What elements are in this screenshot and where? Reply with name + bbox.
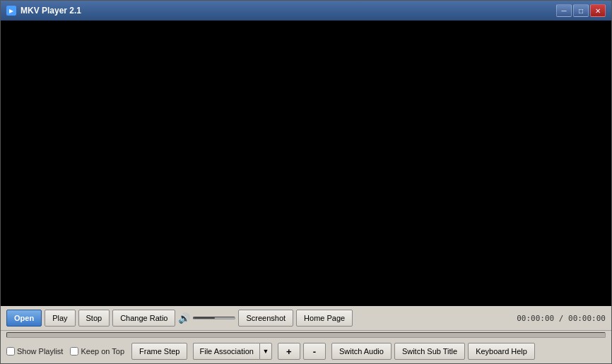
controls-row2: Show Playlist Keep on Top Frame Step Fil… <box>1 339 611 363</box>
minus-button[interactable]: - <box>303 343 326 360</box>
controls-area: Open Play Stop Change Ratio 🔊 Screenshot… <box>1 306 611 363</box>
screenshot-button[interactable]: Screenshot <box>238 310 293 327</box>
keep-on-top-label[interactable]: Keep on Top <box>70 347 124 356</box>
maximize-button[interactable]: □ <box>573 4 589 17</box>
keyboard-help-button[interactable]: Keyboard Help <box>468 343 535 360</box>
volume-slider[interactable] <box>193 312 235 324</box>
minimize-button[interactable]: ─ <box>556 4 572 17</box>
homepage-button[interactable]: Home Page <box>296 310 353 327</box>
seek-bar[interactable] <box>6 332 606 338</box>
app-icon: ▶ <box>6 6 16 16</box>
title-bar: ▶ MKV Player 2.1 ─ □ ✕ <box>1 1 611 20</box>
open-button[interactable]: Open <box>6 310 42 327</box>
volume-icon: 🔊 <box>178 312 190 324</box>
switch-audio-button[interactable]: Switch Audio <box>331 343 392 360</box>
video-area <box>1 20 611 306</box>
volume-track <box>193 317 235 319</box>
window-title: MKV Player 2.1 <box>20 6 81 16</box>
file-association-dropdown-arrow[interactable]: ▼ <box>259 343 272 360</box>
title-bar-left: ▶ MKV Player 2.1 <box>6 6 81 16</box>
time-display: 00:00:00 / 00:00:00 <box>517 314 606 323</box>
file-association-button[interactable]: File Association <box>193 343 259 360</box>
show-playlist-checkbox[interactable] <box>6 347 15 356</box>
file-association-wrapper: File Association ▼ <box>193 343 271 360</box>
frame-step-button[interactable]: Frame Step <box>131 343 187 360</box>
volume-fill <box>194 317 215 319</box>
keep-on-top-checkbox[interactable] <box>70 347 78 356</box>
show-playlist-label[interactable]: Show Playlist <box>6 347 63 356</box>
play-button[interactable]: Play <box>45 310 75 327</box>
title-bar-controls: ─ □ ✕ <box>556 4 606 17</box>
main-window: ▶ MKV Player 2.1 ─ □ ✕ Open Play Stop Ch… <box>0 0 612 364</box>
plus-button[interactable]: + <box>278 343 300 360</box>
seek-bar-row <box>1 331 611 339</box>
change-ratio-button[interactable]: Change Ratio <box>112 310 175 327</box>
switch-sub-title-button[interactable]: Switch Sub Title <box>394 343 465 360</box>
controls-row1: Open Play Stop Change Ratio 🔊 Screenshot… <box>1 306 611 331</box>
stop-button[interactable]: Stop <box>78 310 110 327</box>
close-button[interactable]: ✕ <box>590 4 606 17</box>
